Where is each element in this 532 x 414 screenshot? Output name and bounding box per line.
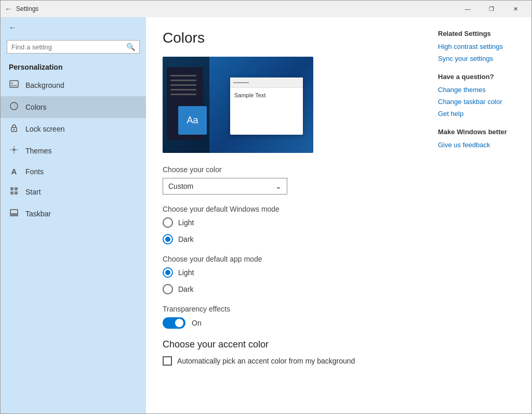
svg-point-6 bbox=[12, 148, 16, 151]
sidebar-label-background: Background bbox=[25, 81, 64, 89]
themes-icon bbox=[9, 145, 19, 157]
svg-rect-8 bbox=[15, 187, 18, 190]
app-mode-section: Choose your default app mode Light Dark bbox=[163, 255, 411, 294]
sidebar: ← 🔍 Personalization Background bbox=[1, 17, 146, 413]
sidebar-item-themes[interactable]: Themes bbox=[1, 140, 146, 162]
app-mode-dark-label: Dark bbox=[178, 285, 194, 293]
feedback-link[interactable]: Give us feedback bbox=[438, 141, 521, 149]
back-arrow-icon: ← bbox=[9, 23, 16, 32]
close-button[interactable]: ✕ bbox=[503, 1, 527, 17]
windows-mode-dark-label: Dark bbox=[178, 235, 194, 243]
accent-color-heading: Choose your accent color bbox=[163, 339, 411, 350]
svg-rect-7 bbox=[10, 187, 14, 190]
transparency-toggle[interactable] bbox=[163, 317, 185, 329]
windows-mode-light-radio[interactable] bbox=[163, 217, 173, 228]
accent-auto-checkbox[interactable] bbox=[163, 356, 172, 366]
sidebar-label-lock-screen: Lock screen bbox=[25, 125, 64, 133]
sidebar-item-background[interactable]: Background bbox=[1, 74, 146, 96]
windows-mode-light-label: Light bbox=[178, 218, 194, 227]
high-contrast-link[interactable]: High contrast settings bbox=[438, 43, 521, 50]
fonts-icon: A bbox=[9, 167, 19, 176]
back-icon[interactable]: ← bbox=[5, 5, 12, 13]
sidebar-item-lock-screen[interactable]: Lock screen bbox=[1, 118, 146, 140]
change-taskbar-color-link[interactable]: Change taskbar color bbox=[438, 98, 521, 106]
transparency-toggle-row: On bbox=[163, 317, 411, 329]
app-mode-light[interactable]: Light bbox=[163, 267, 411, 278]
svg-rect-12 bbox=[10, 210, 18, 214]
svg-rect-9 bbox=[10, 191, 14, 195]
preview-window-titlebar bbox=[230, 77, 303, 88]
preview-line-2 bbox=[170, 80, 196, 81]
content-area: ← 🔍 Personalization Background bbox=[1, 17, 531, 413]
svg-rect-1 bbox=[11, 85, 17, 86]
make-better-title: Make Windows better bbox=[438, 128, 521, 136]
choose-color-section: Choose your color Custom ⌄ bbox=[163, 165, 411, 195]
svg-rect-0 bbox=[10, 81, 18, 87]
windows-mode-section: Choose your default Windows mode Light D… bbox=[163, 205, 411, 244]
sync-settings-link[interactable]: Sync your settings bbox=[438, 55, 521, 62]
get-help-link[interactable]: Get help bbox=[438, 110, 521, 118]
search-input[interactable] bbox=[11, 43, 123, 51]
app-mode-label: Choose your default app mode bbox=[163, 255, 411, 263]
app-mode-light-radio[interactable] bbox=[163, 267, 173, 278]
transparency-label: Transparency effects bbox=[163, 305, 411, 313]
sidebar-label-start: Start bbox=[25, 188, 41, 196]
windows-mode-dark-radio[interactable] bbox=[163, 234, 173, 244]
app-mode-radio-group: Light Dark bbox=[163, 267, 411, 294]
windows-mode-label: Choose your default Windows mode bbox=[163, 205, 411, 213]
colors-icon bbox=[9, 101, 19, 113]
sidebar-section-title: Personalization bbox=[1, 58, 146, 74]
sidebar-item-taskbar[interactable]: Taskbar bbox=[1, 203, 146, 225]
accent-auto-checkbox-row[interactable]: Automatically pick an accent color from … bbox=[163, 356, 411, 366]
background-icon bbox=[9, 80, 19, 91]
svg-rect-11 bbox=[10, 214, 18, 216]
have-question-title: Have a question? bbox=[438, 73, 521, 81]
lock-screen-icon bbox=[9, 123, 19, 135]
preview-dark-sidebar: Aa bbox=[163, 57, 209, 153]
change-themes-link[interactable]: Change themes bbox=[438, 86, 521, 94]
windows-mode-dark[interactable]: Dark bbox=[163, 234, 411, 244]
toggle-thumb bbox=[175, 319, 183, 327]
windows-mode-light[interactable]: Light bbox=[163, 217, 411, 228]
preview-sample-text: Sample Text bbox=[230, 88, 303, 102]
related-settings-title: Related Settings bbox=[438, 30, 521, 37]
app-mode-light-label: Light bbox=[178, 268, 194, 277]
preview-line-3 bbox=[170, 84, 196, 86]
sidebar-label-colors: Colors bbox=[25, 103, 46, 111]
accent-auto-label: Automatically pick an accent color from … bbox=[177, 357, 355, 365]
titlebar-controls: — ❐ ✕ bbox=[456, 1, 527, 17]
search-icon-button[interactable]: 🔍 bbox=[126, 43, 135, 51]
have-question-section: Have a question? Change themes Change ta… bbox=[438, 73, 521, 118]
sidebar-back-button[interactable]: ← bbox=[1, 17, 146, 38]
preview-line-5 bbox=[170, 94, 196, 95]
preview-aa-box: Aa bbox=[178, 106, 207, 135]
sidebar-label-fonts: Fonts bbox=[25, 167, 44, 176]
preview-line-4 bbox=[170, 89, 196, 90]
app-mode-dark[interactable]: Dark bbox=[163, 284, 411, 294]
sidebar-item-start[interactable]: Start bbox=[1, 181, 146, 203]
right-panel: Related Settings High contrast settings … bbox=[428, 17, 531, 413]
transparency-section: Transparency effects On bbox=[163, 305, 411, 329]
svg-point-5 bbox=[14, 129, 15, 131]
search-box[interactable]: 🔍 bbox=[7, 40, 140, 54]
window-title: Settings bbox=[16, 5, 38, 12]
titlebar-left: ← Settings bbox=[5, 5, 38, 13]
preview-white-window: Sample Text bbox=[230, 77, 303, 135]
maximize-button[interactable]: ❐ bbox=[480, 1, 503, 17]
titlebar: ← Settings — ❐ ✕ bbox=[1, 1, 531, 17]
minimize-button[interactable]: — bbox=[456, 1, 480, 17]
taskbar-icon bbox=[9, 208, 19, 219]
sidebar-item-fonts[interactable]: A Fonts bbox=[1, 162, 146, 181]
make-better-section: Make Windows better Give us feedback bbox=[438, 128, 521, 149]
choose-color-label: Choose your color bbox=[163, 165, 411, 174]
accent-color-section: Choose your accent color Automatically p… bbox=[163, 339, 411, 366]
app-mode-dark-radio[interactable] bbox=[163, 284, 173, 294]
color-dropdown[interactable]: Custom ⌄ bbox=[163, 178, 287, 195]
sidebar-item-colors[interactable]: Colors bbox=[1, 96, 146, 118]
dropdown-value: Custom bbox=[168, 182, 193, 190]
preview-titlebar-line bbox=[233, 82, 249, 83]
dropdown-arrow-icon: ⌄ bbox=[275, 182, 282, 190]
settings-window: ← Settings — ❐ ✕ ← 🔍 Personalization bbox=[0, 0, 532, 414]
preview-lines bbox=[170, 75, 196, 95]
page-title: Colors bbox=[163, 30, 411, 46]
